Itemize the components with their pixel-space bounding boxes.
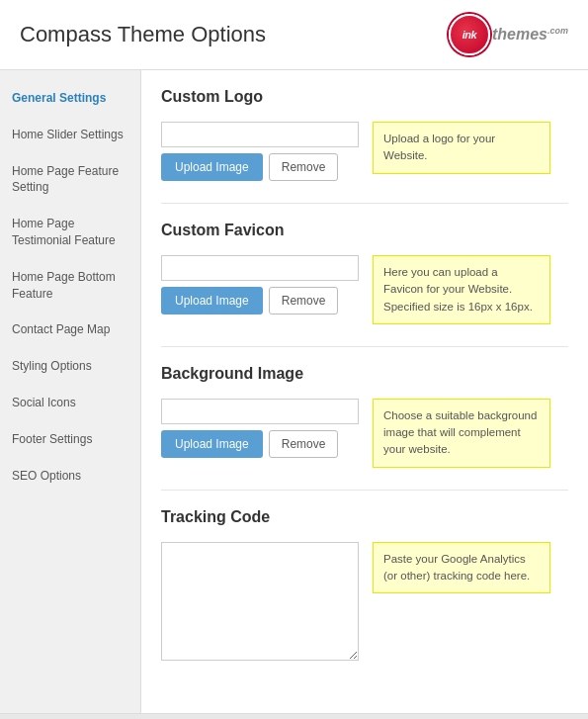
logo: ink themes.com xyxy=(449,14,568,55)
sidebar-item-styling-options[interactable]: Styling Options xyxy=(0,348,140,385)
sidebar-item-home-slider-settings[interactable]: Home Slider Settings xyxy=(0,117,140,153)
custom-favicon-btn-row: Upload Image Remove xyxy=(161,287,359,315)
background-image-input[interactable] xyxy=(161,399,359,424)
custom-logo-remove-button[interactable]: Remove xyxy=(269,153,339,181)
field-row-tracking-code: Paste your Google Analytics (or other) t… xyxy=(161,542,568,661)
background-image-upload-button[interactable]: Upload Image xyxy=(161,430,263,458)
sidebar-item-general-settings[interactable]: General Settings xyxy=(0,80,140,117)
divider-3 xyxy=(161,490,568,491)
logo-ink-text: ink xyxy=(462,29,476,41)
background-image-remove-button[interactable]: Remove xyxy=(269,430,339,458)
section-title-custom-logo: Custom Logo xyxy=(161,88,568,112)
section-title-background-image: Background Image xyxy=(161,365,568,389)
logo-themes-text: themes.com xyxy=(492,26,568,44)
custom-favicon-upload-button[interactable]: Upload Image xyxy=(161,287,263,315)
field-row-background-image: Upload Image Remove Choose a suitable ba… xyxy=(161,399,568,468)
custom-logo-upload-button[interactable]: Upload Image xyxy=(161,153,263,181)
custom-favicon-remove-button[interactable]: Remove xyxy=(269,287,339,315)
section-custom-logo: Custom Logo Upload Image Remove Upload a… xyxy=(161,88,568,181)
field-left-background-image: Upload Image Remove xyxy=(161,399,359,458)
field-row-custom-favicon: Upload Image Remove Here you can upload … xyxy=(161,255,568,324)
section-background-image: Background Image Upload Image Remove Cho… xyxy=(161,365,568,468)
custom-logo-input[interactable] xyxy=(161,122,359,147)
page-title: Compass Theme Options xyxy=(20,22,266,47)
sidebar-item-home-page-feature-setting[interactable]: Home Page Feature Setting xyxy=(0,153,140,207)
header: Compass Theme Options ink themes.com xyxy=(0,0,588,70)
tracking-code-textarea[interactable] xyxy=(161,542,359,661)
layout: General Settings Home Slider Settings Ho… xyxy=(0,70,588,713)
main-content: Custom Logo Upload Image Remove Upload a… xyxy=(141,70,588,713)
custom-logo-hint: Upload a logo for your Website. xyxy=(373,122,550,174)
divider-2 xyxy=(161,346,568,347)
field-left-tracking-code xyxy=(161,542,359,661)
section-tracking-code: Tracking Code Paste your Google Analytic… xyxy=(161,508,568,661)
field-row-custom-logo: Upload Image Remove Upload a logo for yo… xyxy=(161,122,568,181)
section-title-custom-favicon: Custom Favicon xyxy=(161,222,568,245)
sidebar-item-seo-options[interactable]: SEO Options xyxy=(0,458,140,494)
tracking-code-hint: Paste your Google Analytics (or other) t… xyxy=(373,542,550,594)
sidebar-item-footer-settings[interactable]: Footer Settings xyxy=(0,421,140,458)
background-image-hint: Choose a suitable background image that … xyxy=(373,399,550,468)
field-left-custom-favicon: Upload Image Remove xyxy=(161,255,359,315)
sidebar-item-social-icons[interactable]: Social Icons xyxy=(0,385,140,421)
sidebar-item-contact-page-map[interactable]: Contact Page Map xyxy=(0,312,140,348)
logo-circle: ink xyxy=(449,14,490,55)
sidebar-item-home-page-testimonial-feature[interactable]: Home Page Testimonial Feature xyxy=(0,206,140,259)
custom-logo-btn-row: Upload Image Remove xyxy=(161,153,359,181)
section-title-tracking-code: Tracking Code xyxy=(161,508,568,532)
section-custom-favicon: Custom Favicon Upload Image Remove Here … xyxy=(161,222,568,324)
background-image-btn-row: Upload Image Remove xyxy=(161,430,359,458)
sidebar: General Settings Home Slider Settings Ho… xyxy=(0,70,141,713)
sidebar-item-home-page-bottom-feature[interactable]: Home Page Bottom Feature xyxy=(0,259,140,313)
custom-favicon-hint: Here you can upload a Favicon for your W… xyxy=(373,255,550,324)
footer-bar: Reset Options Save All Changes xyxy=(0,713,588,719)
divider-1 xyxy=(161,203,568,204)
custom-favicon-input[interactable] xyxy=(161,255,359,281)
field-left-custom-logo: Upload Image Remove xyxy=(161,122,359,181)
